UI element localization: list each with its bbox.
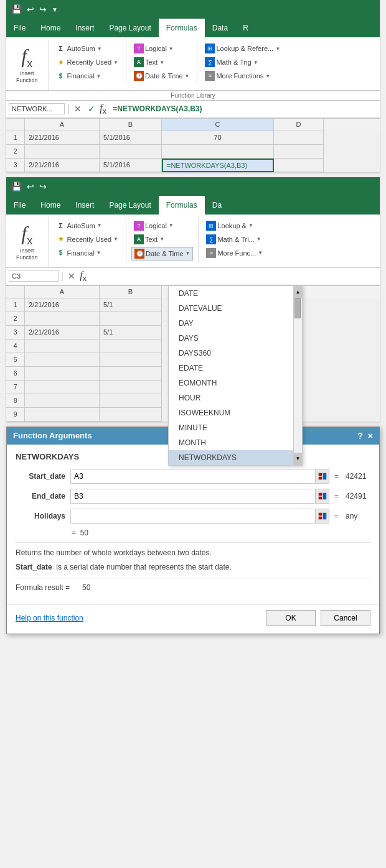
more-icon[interactable]: ▼ [52,6,58,13]
tab-home-1[interactable]: Home [33,19,68,37]
recently-used-btn-1[interactable]: ★ Recently Used ▼ [54,56,121,68]
dialog-help-btn[interactable]: ? [357,431,363,441]
col-header-b-2[interactable]: B [100,286,162,298]
redo-icon[interactable]: ↪ [39,4,47,14]
help-link[interactable]: Help on this function [16,614,83,622]
financial-btn-1[interactable]: $ Financial ▼ [54,70,121,82]
cancel-formula-btn-1[interactable]: ✕ [72,104,83,114]
cancel-formula-btn-2[interactable]: ✕ [66,271,77,281]
ok-button[interactable]: OK [266,610,316,626]
dropdown-date[interactable]: DATE [169,286,293,301]
autosum-btn-2[interactable]: Σ AutoSum ▼ [54,219,121,232]
text-btn-2[interactable]: A Text ▼ [131,233,193,246]
dropdown-hour[interactable]: HOUR [169,390,293,405]
scroll-down-btn[interactable]: ▼ [294,453,302,465]
cell-d3-1[interactable] [274,159,324,172]
cell-b4-2[interactable] [100,339,162,353]
recently-used-btn-2[interactable]: ★ Recently Used ▼ [54,233,121,246]
cell-b1-2[interactable]: 5/1 [100,298,162,312]
dropdown-eomonth[interactable]: EOMONTH [169,376,293,390]
mathtrig-btn-1[interactable]: ∑ Math & Trig ▼ [202,56,283,68]
dropdown-networkdays[interactable]: NETWORKDAYS [169,450,293,465]
dropdown-month[interactable]: MONTH [169,435,293,450]
dropdown-day[interactable]: DAY [169,316,293,331]
cell-a3-2[interactable]: 2/21/2016 [25,326,100,339]
redo-icon-2[interactable]: ↪ [39,182,47,192]
mathtrig-btn-2[interactable]: ∑ Math & Tri... ▼ [204,233,265,246]
cell-c3-1[interactable]: =NETWORKDAYS(A3,B3) [162,159,274,172]
cell-b9-2[interactable] [100,408,162,422]
dropdown-edate[interactable]: EDATE [169,361,293,376]
cell-b2-1[interactable] [100,145,162,159]
col-header-b-1[interactable]: B [100,119,162,131]
undo-icon[interactable]: ↩ [27,4,34,14]
logical-btn-2[interactable]: ? Logical ▼ [131,219,193,232]
morefn-btn-2[interactable]: ≡ More Func... ▼ [204,247,265,259]
insert-function-button-2[interactable]: fx Insert Function [11,219,43,265]
dialog-close-btn[interactable]: × [368,431,373,441]
cell-a9-2[interactable] [25,408,100,422]
cell-a4-2[interactable] [25,339,100,353]
dropdown-datevalue[interactable]: DATEVALUE [169,301,293,316]
tab-da-2[interactable]: Da [205,196,229,215]
tab-insert-2[interactable]: Insert [68,196,101,215]
cell-a1-2[interactable]: 2/21/2016 [25,298,100,312]
text-btn-1[interactable]: A Text ▼ [131,56,192,68]
cell-c2-1[interactable] [162,145,274,159]
cell-b2-2[interactable] [100,312,162,326]
cell-b6-2[interactable] [100,367,162,381]
scrollbar-thumb[interactable] [294,298,301,318]
tab-file-2[interactable]: File [6,196,33,215]
financial-btn-2[interactable]: $ Financial ▼ [54,247,121,259]
insert-function-button-1[interactable]: fx Insert Function [11,42,43,88]
cell-a1-1[interactable]: 2/21/2016 [25,131,100,145]
arg-refbtn-enddate[interactable] [315,489,329,503]
arg-input-holidays[interactable] [71,510,315,522]
formula-display-1[interactable]: =NETWORKDAYS(A3,B3) [109,104,377,113]
undo-icon-2[interactable]: ↩ [27,182,34,192]
cell-a2-1[interactable] [25,145,100,159]
dropdown-days[interactable]: DAYS [169,331,293,346]
name-box-2[interactable] [9,270,59,282]
cell-d2-1[interactable] [274,145,324,159]
col-header-a-1[interactable]: A [25,119,100,131]
lookup-btn-1[interactable]: ⊞ Lookup & Refere... ▼ [202,42,283,55]
cell-a3-1[interactable]: 2/21/2016 [25,159,100,172]
tab-formulas-2[interactable]: Formulas [159,196,205,215]
tab-insert-1[interactable]: Insert [68,19,101,37]
cell-a2-2[interactable] [25,312,100,326]
arg-refbtn-startdate[interactable] [315,469,329,483]
logical-btn-1[interactable]: ? Logical ▼ [131,42,192,55]
col-header-a-2[interactable]: A [25,286,100,298]
scroll-up-btn[interactable]: ▲ [294,286,302,298]
arg-input-enddate[interactable] [71,490,315,502]
cell-d1-1[interactable] [274,131,324,145]
cell-b3-1[interactable]: 5/1/2016 [100,159,162,172]
autosum-btn-1[interactable]: Σ AutoSum ▼ [54,42,121,55]
lookup-btn-2[interactable]: ⊞ Lookup & ▼ [204,219,265,232]
dropdown-isoweeknum[interactable]: ISOWEEKNUM [169,405,293,420]
tab-r-1[interactable]: R [235,19,256,37]
tab-pagelayout-1[interactable]: Page Layout [101,19,158,37]
cell-b7-2[interactable] [100,381,162,394]
name-box-1[interactable] [9,103,65,114]
tab-data-1[interactable]: Data [205,19,235,37]
cell-a6-2[interactable] [25,367,100,381]
col-header-c-1[interactable]: C [162,119,274,131]
tab-formulas-1[interactable]: Formulas [159,19,205,37]
cell-a5-2[interactable] [25,353,100,367]
datetime-btn-2[interactable]: 🕐 Date & Time ▼ [131,247,193,261]
arg-input-startdate[interactable] [71,470,315,482]
confirm-formula-btn-1[interactable]: ✓ [86,104,97,114]
cell-b8-2[interactable] [100,394,162,408]
cell-a7-2[interactable] [25,381,100,394]
cell-b5-2[interactable] [100,353,162,367]
arg-refbtn-holidays[interactable] [315,509,329,523]
tab-home-2[interactable]: Home [33,196,68,215]
dropdown-days360[interactable]: DAYS360 [169,346,293,361]
morefn-btn-1[interactable]: ≡ More Functions ▼ [202,70,283,82]
col-header-d-1[interactable]: D [274,119,324,131]
dropdown-scrollbar[interactable]: ▲ ▼ [293,286,302,465]
tab-file-1[interactable]: File [6,19,33,37]
cancel-button[interactable]: Cancel [321,610,370,626]
